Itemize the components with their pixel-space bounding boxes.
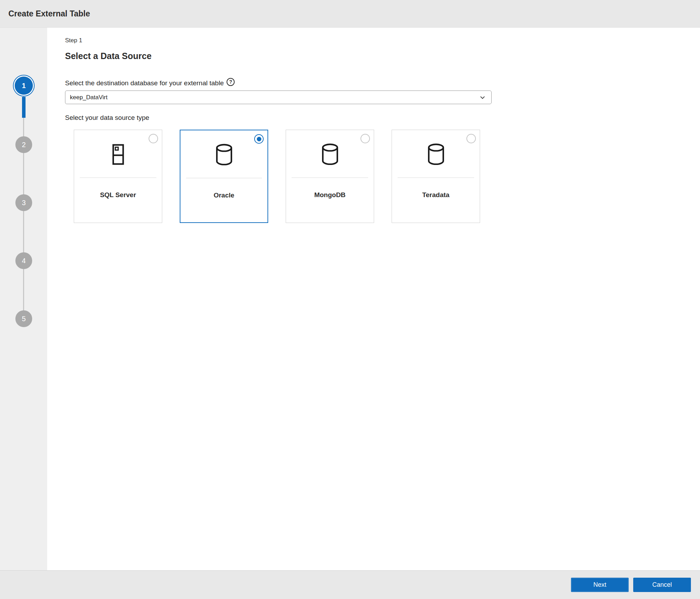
radio-button[interactable] (360, 134, 370, 143)
radio-button[interactable] (254, 134, 264, 144)
step-number: 2 (22, 141, 26, 149)
wizard-page-content: Step 1 Select a Data Source Select the d… (47, 28, 700, 570)
step-number: 1 (22, 82, 26, 90)
source-card-sql-server[interactable]: SQL Server (74, 130, 162, 223)
radio-button[interactable] (149, 134, 158, 143)
source-name: Oracle (180, 192, 267, 199)
chevron-down-icon (479, 94, 486, 101)
source-type-cards: SQL Server Oracle (74, 130, 700, 223)
dialog-title: Create External Table (8, 9, 90, 19)
step-progress-bar (22, 97, 26, 118)
wizard-step-4[interactable]: 4 (15, 252, 32, 269)
dialog-body: 1 2 3 4 5 Step 1 Select a Data Source Se… (0, 28, 700, 570)
source-card-teradata[interactable]: Teradata (392, 130, 480, 223)
wizard-step-5[interactable]: 5 (15, 310, 32, 327)
dropdown-selected-value: keep_DataVirt (70, 94, 479, 101)
cancel-button[interactable]: Cancel (633, 578, 691, 592)
database-icon (423, 141, 449, 168)
wizard-step-sidebar: 1 2 3 4 5 (0, 28, 47, 570)
page-title: Select a Data Source (65, 51, 700, 61)
card-divider (186, 178, 262, 178)
source-name: SQL Server (74, 191, 162, 199)
destination-database-dropdown[interactable]: keep_DataVirt (65, 91, 492, 104)
wizard-step-3[interactable]: 3 (15, 194, 32, 211)
database-icon (211, 142, 237, 168)
help-icon[interactable]: ? (227, 78, 235, 86)
source-card-oracle[interactable]: Oracle (180, 130, 268, 223)
source-name: MongoDB (286, 191, 374, 199)
wizard-step-2[interactable]: 2 (15, 136, 32, 153)
next-button[interactable]: Next (571, 578, 629, 592)
dialog-titlebar: Create External Table (0, 0, 700, 28)
card-divider (80, 178, 156, 178)
radio-button[interactable] (466, 134, 476, 143)
step-number: 5 (22, 315, 26, 323)
dialog-footer: Next Cancel (0, 570, 700, 599)
source-type-label: Select your data source type (65, 114, 700, 122)
source-card-mongodb[interactable]: MongoDB (286, 130, 374, 223)
source-name: Teradata (392, 191, 480, 199)
sql-server-icon (105, 141, 131, 168)
wizard-step-1[interactable]: 1 (15, 77, 33, 95)
database-select-label: Select the destination database for your… (65, 79, 224, 87)
database-label-row: Select the destination database for your… (65, 79, 700, 87)
step-label: Step 1 (65, 37, 700, 44)
card-divider (398, 178, 474, 178)
step-number: 3 (22, 199, 26, 207)
step-number: 4 (22, 257, 26, 265)
database-icon (317, 141, 343, 168)
card-divider (292, 178, 368, 178)
